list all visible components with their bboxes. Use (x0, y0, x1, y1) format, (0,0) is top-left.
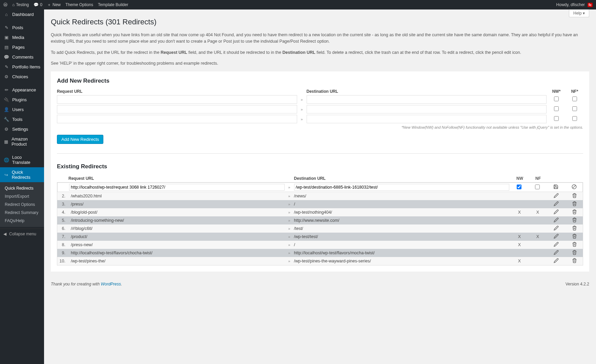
sidebar-item-loco-translate[interactable]: 🌐Loco Translate (0, 152, 44, 167)
sidebar-item-quick-redirects[interactable]: ↪Quick Redirects (0, 167, 44, 182)
sidebar-item-comments[interactable]: 💬Comments (0, 52, 44, 62)
sidebar-item-amazon-product[interactable]: ▦Amazon Product (0, 134, 44, 149)
row-number: 3. (57, 202, 67, 207)
row-nw: X (511, 259, 528, 263)
delete-icon[interactable] (566, 201, 583, 207)
howdy-link[interactable]: Howdy, dfischer (556, 2, 585, 7)
wp-logo[interactable]: Ⓦ (3, 2, 7, 8)
edit-icon[interactable] (548, 242, 564, 248)
nf-checkbox-1[interactable] (572, 97, 577, 101)
destination-input-1[interactable] (307, 95, 547, 104)
menu-icon: ↪ (3, 172, 9, 177)
delete-icon[interactable] (566, 258, 583, 264)
destination-input-3[interactable] (307, 115, 547, 123)
menu-icon: ▤ (3, 45, 9, 50)
theme-options-link[interactable]: Theme Options (65, 2, 93, 7)
menu-icon: 🔌 (3, 97, 9, 102)
menu-icon: ⚙ (3, 74, 9, 79)
page-title: Quick Redirects (301 Redirects) (51, 18, 589, 26)
sidebar-item-posts[interactable]: ✎Posts (0, 23, 44, 33)
template-builder-link[interactable]: Template Builder (98, 2, 128, 7)
intro-text: Quick Redirects are useful when you have… (51, 32, 589, 67)
collapse-menu[interactable]: ◀Collapse menu (0, 229, 44, 239)
delete-icon[interactable] (566, 242, 583, 248)
delete-icon[interactable] (566, 226, 583, 232)
edit-nf-checkbox[interactable] (535, 185, 540, 189)
save-icon[interactable] (547, 184, 564, 190)
edit-icon[interactable] (548, 217, 564, 223)
request-input-2[interactable] (57, 105, 297, 113)
edit-destination-input[interactable] (294, 184, 510, 191)
row-number: 4. (57, 210, 67, 215)
nf-checkbox-2[interactable] (572, 106, 577, 111)
edit-icon[interactable] (548, 250, 564, 256)
site-link[interactable]: ⌂ Testing (12, 2, 29, 7)
edit-icon[interactable] (548, 226, 564, 232)
table-row: 3./press/»/ (57, 200, 583, 208)
delete-icon[interactable] (566, 209, 583, 215)
comments-link[interactable]: 💬 0 (34, 2, 42, 7)
request-input-1[interactable] (57, 95, 297, 104)
row-nw: X (511, 210, 528, 215)
help-tab[interactable]: Help ▾ (569, 9, 589, 17)
menu-icon: 👤 (3, 107, 9, 112)
edit-icon[interactable] (548, 209, 564, 215)
edit-request-input[interactable] (69, 184, 285, 191)
row-destination: /wp-test/pines-the-wayward-pines-series/ (294, 259, 510, 263)
sidebar-item-settings[interactable]: ⚙Settings (0, 124, 44, 134)
sidebar-item-media[interactable]: ▣Media (0, 33, 44, 42)
row-nw: X (511, 234, 528, 239)
new-link[interactable]: ＋ New (47, 2, 61, 8)
edit-icon[interactable] (548, 201, 564, 207)
sidebar-item-choices[interactable]: ⚙Choices (0, 72, 44, 82)
nf-checkbox-3[interactable] (572, 116, 577, 121)
arrow-icon: » (286, 194, 293, 198)
submenu-item-redirect-options[interactable]: Redirect Options (0, 200, 44, 209)
row-request: /introducing-something-new/ (69, 218, 285, 223)
menu-icon: 🌐 (3, 157, 9, 163)
delete-icon[interactable] (566, 250, 583, 256)
menu-icon: ✎ (3, 25, 9, 30)
nw-checkbox-2[interactable] (554, 106, 559, 111)
version-text: Version 4.2.2 (566, 282, 589, 286)
edit-nw-checkbox[interactable] (517, 185, 521, 189)
wordpress-link[interactable]: WordPress (101, 282, 121, 286)
request-input-3[interactable] (57, 115, 297, 123)
sidebar-item-pages[interactable]: ▤Pages (0, 42, 44, 52)
submenu-item-quick-redirects[interactable]: Quick Redirects (0, 184, 44, 192)
nw-checkbox-3[interactable] (554, 116, 559, 121)
row-destination: http://localhost/wp-test/flavors/mocha-t… (294, 251, 510, 255)
menu-icon: ✎ (3, 64, 9, 69)
delete-icon[interactable] (566, 217, 583, 223)
table-row: 8./press-new/»/X (57, 241, 583, 249)
delete-icon[interactable] (566, 234, 583, 240)
destination-input-2[interactable] (307, 105, 547, 113)
cancel-icon[interactable] (566, 184, 582, 190)
sidebar-item-dashboard[interactable]: ⌂Dashboard (0, 9, 44, 19)
row-request: http://localhost/wp-test/flavors/chocha-… (69, 251, 285, 255)
add-new-redirects-button[interactable]: Add New Redirects (57, 135, 103, 144)
submenu-item-redirect-summary[interactable]: Redirect Summary (0, 209, 44, 217)
sidebar-item-appearance[interactable]: ✏Appearance (0, 85, 44, 95)
arrow-icon: » (286, 251, 293, 255)
menu-icon: ▦ (3, 139, 9, 144)
row-number: 5. (57, 218, 67, 223)
submenu-item-faqs-help[interactable]: FAQs/Help (0, 217, 44, 225)
arrow-icon: » (286, 185, 293, 189)
edit-icon[interactable] (548, 258, 564, 264)
admin-sidebar: ⌂Dashboard✎Posts▣Media▤Pages💬Comments✎Po… (0, 9, 44, 364)
sidebar-item-portfolio-items[interactable]: ✎Portfolio Items (0, 62, 44, 72)
delete-icon[interactable] (566, 193, 583, 199)
existing-nw-header: NW (511, 176, 528, 181)
sidebar-item-plugins[interactable]: 🔌Plugins (0, 95, 44, 105)
nw-checkbox-1[interactable] (554, 97, 559, 101)
existing-nf-header: NF (530, 176, 547, 181)
sidebar-item-users[interactable]: 👤Users (0, 105, 44, 114)
row-destination: /wp-test/nothing404/ (294, 210, 510, 215)
edit-icon[interactable] (548, 234, 564, 240)
table-row: 6./#!blog/c6tl/»/test/ (57, 224, 583, 233)
sidebar-item-tools[interactable]: 🔧Tools (0, 114, 44, 124)
arrow-icon: » (286, 202, 293, 206)
edit-icon[interactable] (548, 193, 564, 199)
submenu-item-import-export[interactable]: Import/Export (0, 192, 44, 200)
